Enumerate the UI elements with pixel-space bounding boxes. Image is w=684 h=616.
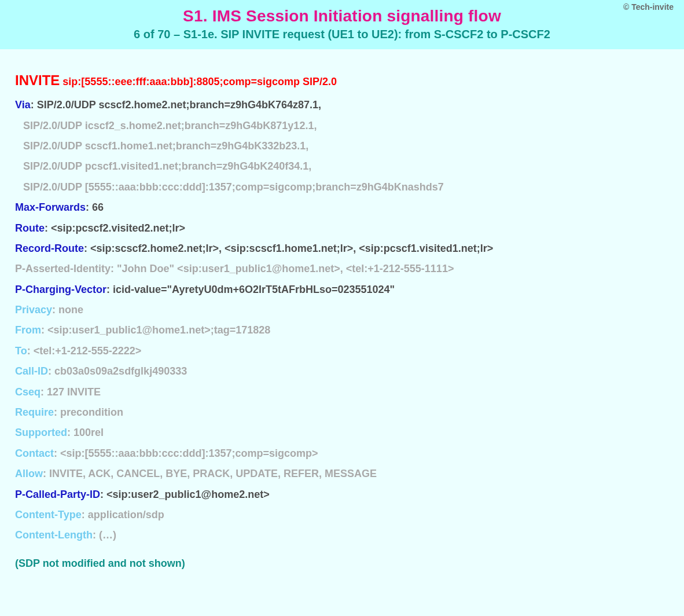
supported-label: Supported: [15, 427, 67, 438]
record-route-value: <sip:scscf2.home2.net;lr>, <sip:scscf1.h…: [90, 243, 493, 254]
content-length-label: Content-Length: [15, 529, 93, 541]
contact-header: Contact: <sip:[5555::aaa:bbb:ccc:ddd]:13…: [15, 447, 669, 460]
content-length-value: (…): [99, 529, 116, 541]
p-asserted-identity-label: P-Asserted-Identity: [15, 263, 111, 274]
from-value: <sip:user1_public1@home1.net>;tag=171828: [47, 324, 270, 336]
via-cont-2: SIP/2.0/UDP scscf1.home1.net;branch=z9hG…: [15, 140, 669, 153]
privacy-label: Privacy: [15, 304, 52, 316]
via-label: Via: [15, 99, 31, 111]
record-route-label: Record-Route: [15, 243, 84, 254]
from-label: From: [15, 324, 41, 336]
via-cont-1: SIP/2.0/UDP icscf2_s.home2.net;branch=z9…: [15, 119, 669, 133]
require-header: Require: precondition: [15, 406, 669, 419]
page-title: S1. IMS Session Initiation signalling fl…: [12, 7, 672, 25]
require-value: precondition: [60, 406, 123, 418]
content-type-value: application/sdp: [88, 509, 164, 520]
route-label: Route: [15, 222, 45, 234]
max-forwards-label: Max-Forwards: [15, 201, 86, 213]
privacy-header: Privacy: none: [15, 303, 669, 317]
max-forwards-header: Max-Forwards: 66: [15, 201, 669, 214]
sdp-note: (SDP not modified and not shown): [15, 558, 669, 570]
p-called-party-id-label: P-Called-Party-ID: [15, 489, 100, 500]
to-label: To: [15, 345, 27, 357]
via-header: Via: SIP/2.0/UDP scscf2.home2.net;branch…: [15, 98, 669, 112]
p-asserted-identity-header: P-Asserted-Identity: "John Doe" <sip:use…: [15, 262, 669, 276]
p-charging-vector-header: P-Charging-Vector: icid-value="AyretyU0d…: [15, 283, 669, 296]
allow-label: Allow: [15, 468, 43, 479]
route-header: Route: <sip:pcscf2.visited2.net;lr>: [15, 222, 669, 235]
header: © Tech-invite S1. IMS Session Initiation…: [0, 0, 684, 49]
max-forwards-value: 66: [92, 201, 104, 213]
page-subtitle: 6 of 70 – S1-1e. SIP INVITE request (UE1…: [12, 28, 672, 41]
call-id-header: Call-ID: cb03a0s09a2sdfglkj490333: [15, 365, 669, 378]
p-charging-vector-label: P-Charging-Vector: [15, 284, 106, 295]
request-line: INVITE sip:[5555::eee:fff:aaa:bbb]:8805;…: [15, 71, 669, 89]
cseq-header: Cseq: 127 INVITE: [15, 386, 669, 399]
to-value: <tel:+1-212-555-2222>: [34, 345, 142, 357]
content-length-header: Content-Length: (…): [15, 529, 669, 542]
record-route-header: Record-Route: <sip:scscf2.home2.net;lr>,…: [15, 242, 669, 255]
supported-value: 100rel: [73, 427, 104, 438]
cseq-value: 127 INVITE: [47, 386, 101, 398]
cseq-label: Cseq: [15, 386, 41, 398]
sip-method: INVITE: [15, 72, 60, 88]
copyright: © Tech-invite: [623, 2, 674, 12]
supported-header: Supported: 100rel: [15, 426, 669, 439]
via-first: SIP/2.0/UDP scscf2.home2.net;branch=z9hG…: [37, 99, 321, 111]
route-value: <sip:pcscf2.visited2.net;lr>: [51, 222, 185, 234]
via-cont-4: SIP/2.0/UDP [5555::aaa:bbb:ccc:ddd]:1357…: [15, 181, 669, 194]
from-header: From: <sip:user1_public1@home1.net>;tag=…: [15, 324, 669, 337]
to-header: To: <tel:+1-212-555-2222>: [15, 344, 669, 358]
content-type-label: Content-Type: [15, 509, 82, 520]
p-charging-vector-value: icid-value="AyretyU0dm+6O2IrT5tAFrbHLso=…: [113, 284, 395, 295]
via-cont-3: SIP/2.0/UDP pcscf1.visited1.net;branch=z…: [15, 160, 669, 173]
call-id-value: cb03a0s09a2sdfglkj490333: [54, 365, 187, 377]
allow-header: Allow: INVITE, ACK, CANCEL, BYE, PRACK, …: [15, 467, 669, 481]
allow-value: INVITE, ACK, CANCEL, BYE, PRACK, UPDATE,…: [49, 468, 377, 479]
sip-message: INVITE sip:[5555::eee:fff:aaa:bbb]:8805;…: [0, 49, 684, 616]
request-uri: sip:[5555::eee:fff:aaa:bbb]:8805;comp=si…: [62, 76, 337, 87]
content-type-header: Content-Type: application/sdp: [15, 508, 669, 522]
contact-value: <sip:[5555::aaa:bbb:ccc:ddd]:1357;comp=s…: [60, 448, 318, 459]
p-called-party-id-value: <sip:user2_public1@home2.net>: [106, 489, 270, 500]
p-asserted-identity-value: "John Doe" <sip:user1_public1@home1.net>…: [117, 263, 454, 274]
p-called-party-id-header: P-Called-Party-ID: <sip:user2_public1@ho…: [15, 488, 669, 501]
require-label: Require: [15, 406, 54, 418]
call-id-label: Call-ID: [15, 365, 48, 377]
contact-label: Contact: [15, 448, 54, 459]
privacy-value: none: [58, 304, 83, 316]
